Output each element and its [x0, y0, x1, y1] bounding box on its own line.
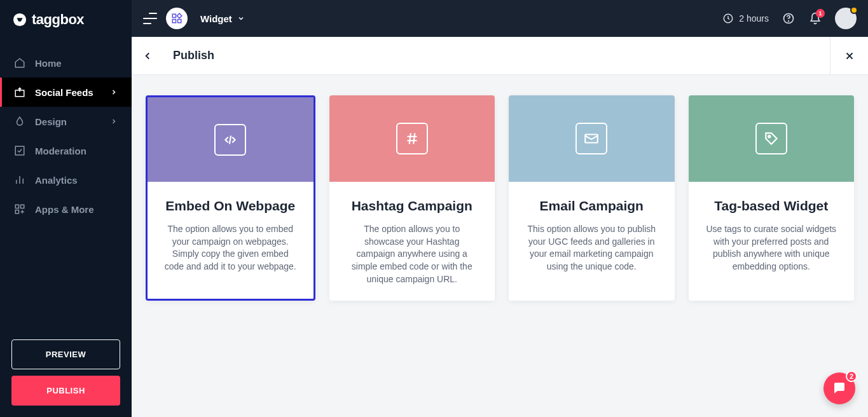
sidebar: taggbox Home Social Feeds: [0, 0, 132, 417]
card-header: [509, 95, 675, 182]
checkbox-icon: [14, 145, 25, 156]
svg-rect-6: [172, 14, 176, 17]
card-email-campaign[interactable]: Email Campaign This option allows you to…: [509, 95, 675, 301]
chevron-down-icon: [237, 15, 245, 22]
home-icon: [14, 57, 25, 69]
back-button[interactable]: [132, 37, 163, 75]
card-desc: Use tags to curate social widgets with y…: [705, 223, 838, 273]
time-indicator[interactable]: 2 hours: [722, 13, 769, 24]
chevron-right-icon: [110, 118, 118, 125]
code-icon: [214, 124, 246, 156]
svg-rect-4: [21, 205, 24, 208]
card-header: [689, 95, 855, 182]
menu-toggle-icon[interactable]: [143, 13, 157, 24]
card-desc: The option allows you to showcase your H…: [346, 223, 479, 285]
notifications-button[interactable]: 1: [808, 11, 822, 25]
card-hashtag-campaign[interactable]: Hashtag Campaign The option allows you t…: [329, 95, 495, 301]
card-title: Email Campaign: [525, 197, 658, 214]
tag-icon: [755, 123, 787, 154]
brand-name: taggbox: [32, 11, 84, 28]
card-desc: The option allows you to embed your camp…: [164, 223, 297, 273]
chat-badge: 2: [846, 371, 857, 382]
nav-social-feeds[interactable]: Social Feeds: [0, 78, 132, 107]
brand-logo[interactable]: taggbox: [0, 0, 132, 39]
card-header: [329, 95, 495, 182]
help-button[interactable]: [782, 11, 796, 25]
svg-point-14: [768, 135, 770, 137]
clock-icon: [722, 13, 734, 24]
page-header: Publish: [132, 37, 868, 75]
card-embed-webpage[interactable]: Embed On Webpage The option allows you t…: [146, 95, 315, 301]
page-title: Publish: [173, 49, 214, 62]
nav-label: Social Feeds: [35, 87, 93, 98]
user-avatar[interactable]: [835, 8, 857, 29]
card-body: Tag-based Widget Use tags to curate soci…: [689, 182, 855, 301]
brand-icon: [13, 13, 27, 27]
upload-icon: [14, 86, 25, 98]
time-label: 2 hours: [739, 13, 769, 24]
bars-icon: [14, 174, 25, 186]
card-desc: This option allows you to publish your U…: [525, 223, 658, 273]
card-tag-widget[interactable]: Tag-based Widget Use tags to curate soci…: [689, 95, 855, 301]
nav-label: Design: [35, 116, 67, 127]
nav-home[interactable]: Home: [0, 48, 132, 78]
droplet-icon: [14, 116, 25, 127]
svg-rect-5: [15, 210, 18, 214]
close-button[interactable]: [830, 37, 868, 75]
svg-rect-2: [15, 146, 24, 155]
topbar: Widget 2 hours 1: [132, 0, 868, 37]
nav-label: Analytics: [35, 175, 78, 186]
svg-rect-8: [172, 20, 176, 23]
card-title: Hashtag Campaign: [346, 197, 479, 214]
preview-button[interactable]: PREVIEW: [11, 339, 120, 369]
mail-icon: [575, 123, 607, 154]
hash-icon: [396, 123, 428, 154]
svg-point-12: [789, 21, 789, 22]
chevron-right-icon: [110, 88, 118, 96]
widget-label: Widget: [200, 13, 232, 24]
svg-rect-7: [178, 20, 181, 23]
widget-dropdown[interactable]: Widget: [200, 13, 245, 24]
nav-label: Moderation: [35, 146, 86, 156]
card-title: Embed On Webpage: [164, 197, 297, 214]
chat-launcher[interactable]: 2: [823, 373, 855, 404]
sidebar-actions: PREVIEW PUBLISH: [0, 328, 132, 417]
svg-rect-3: [15, 205, 18, 208]
nav: Home Social Feeds Design: [0, 48, 132, 328]
nav-design[interactable]: Design: [0, 107, 132, 136]
card-title: Tag-based Widget: [705, 197, 838, 214]
nav-label: Home: [35, 58, 62, 69]
card-header: [148, 97, 313, 182]
avatar-status-dot: [850, 6, 858, 14]
card-body: Embed On Webpage The option allows you t…: [148, 182, 313, 299]
grid-plus-icon: [14, 203, 25, 215]
nav-label: Apps & More: [35, 204, 94, 215]
notification-badge: 1: [816, 9, 825, 18]
publish-button[interactable]: PUBLISH: [11, 376, 120, 406]
card-body: Hashtag Campaign The option allows you t…: [329, 182, 495, 301]
main: Widget 2 hours 1: [132, 0, 868, 417]
card-body: Email Campaign This option allows you to…: [509, 182, 675, 301]
nav-apps[interactable]: Apps & More: [0, 195, 132, 224]
card-grid: Embed On Webpage The option allows you t…: [132, 75, 868, 321]
nav-analytics[interactable]: Analytics: [0, 165, 132, 195]
nav-moderation[interactable]: Moderation: [0, 136, 132, 165]
widget-badge[interactable]: [166, 8, 188, 29]
svg-rect-9: [177, 13, 181, 18]
